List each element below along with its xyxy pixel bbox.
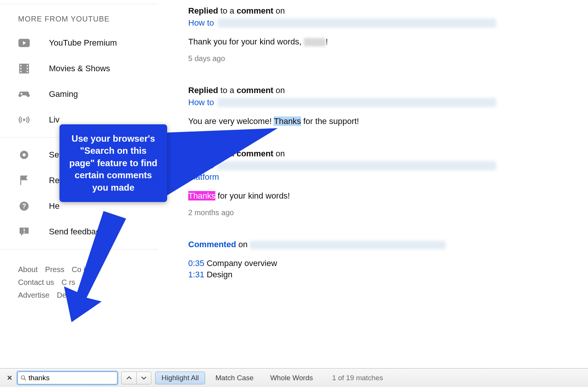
sidebar-item-label: YouTube Premium [49, 38, 117, 48]
live-icon [18, 114, 30, 126]
text: ! [326, 37, 328, 46]
svg-line-21 [24, 379, 26, 380]
sidebar-item-label: Gaming [49, 89, 78, 99]
callout-text: Use your browser's "Search on this page"… [69, 133, 157, 193]
text: Design [204, 270, 233, 279]
text: Replied [188, 86, 218, 95]
whole-words-button[interactable]: Whole Words [264, 372, 320, 384]
comment-block: Replied to a comment on How to You are v… [188, 86, 588, 126]
svg-rect-6 [27, 65, 28, 66]
sidebar-item-movies[interactable]: Movies & Shows [0, 56, 158, 81]
svg-point-13 [23, 153, 26, 156]
callout-arrow-icon [60, 211, 136, 324]
svg-text:?: ? [22, 202, 26, 210]
svg-rect-3 [20, 65, 21, 66]
sidebar-item-label: Liv [49, 115, 59, 125]
chapter-line: 0:35 Company overview [188, 259, 588, 268]
svg-rect-8 [27, 71, 28, 72]
gear-icon [18, 149, 30, 161]
highlight-all-button[interactable]: Highlight All [155, 372, 205, 384]
text: Company overview [204, 259, 277, 268]
redacted [218, 98, 496, 107]
video-link[interactable]: How to [188, 98, 588, 107]
redacted [304, 38, 326, 46]
svg-point-20 [21, 376, 24, 379]
sidebar-item-label: Movies & Shows [49, 64, 110, 73]
text: Thank you for your kind words, [188, 37, 304, 46]
timestamp-link[interactable]: 0:35 [188, 259, 204, 268]
svg-rect-4 [20, 68, 21, 69]
comment-block: Commented on 0:35 Company overview 1:31 … [188, 240, 588, 280]
findbar: ✕ Highlight All Match Case Whole Words 1… [0, 368, 588, 387]
svg-rect-10 [20, 93, 23, 94]
chevron-up-icon [126, 376, 132, 380]
footer-link[interactable]: About [18, 265, 38, 274]
find-input[interactable] [29, 374, 114, 382]
link-prefix: How to [188, 98, 214, 107]
svg-marker-19 [64, 211, 126, 322]
svg-point-11 [23, 119, 25, 121]
find-prev-button[interactable] [121, 372, 136, 384]
text: comment [236, 6, 273, 15]
chevron-down-icon [141, 376, 146, 380]
youtube-play-icon [18, 37, 30, 49]
svg-marker-18 [165, 128, 278, 197]
comment-body: Thank you for your kind words, ! [188, 37, 588, 47]
sidebar-item-premium[interactable]: YouTube Premium [0, 30, 158, 56]
text: on [273, 86, 285, 95]
text: comment [236, 86, 273, 95]
text: on [273, 6, 285, 15]
chapter-line: 1:31 Design [188, 270, 588, 280]
timestamp-link[interactable]: 1:31 [188, 270, 204, 279]
redacted [218, 18, 496, 28]
text: for the support! [301, 116, 359, 126]
svg-rect-7 [27, 68, 28, 69]
comment-header: Replied to a comment on [188, 6, 588, 16]
text: on [236, 240, 250, 249]
video-link[interactable]: How to [188, 18, 588, 28]
text: to a [218, 86, 236, 95]
link-prefix: How to [188, 18, 214, 28]
text: to a [218, 6, 236, 15]
match-count: 1 of 19 matches [332, 374, 383, 382]
comment-block: Replied to a comment on How to Thank you… [188, 6, 588, 63]
text[interactable]: Commented [188, 240, 236, 249]
timestamp: 5 days ago [188, 54, 588, 63]
redacted [250, 241, 446, 249]
comment-header: Replied to a comment on [188, 86, 588, 95]
annotation-callout: Use your browser's "Search on this page"… [59, 124, 167, 202]
film-icon [18, 63, 30, 75]
match-case-button[interactable]: Match Case [209, 372, 260, 384]
search-icon [21, 375, 26, 381]
text: Replied [188, 6, 218, 15]
callout-pointer-icon [165, 121, 282, 227]
find-next-button[interactable] [136, 372, 151, 384]
svg-rect-5 [20, 71, 21, 72]
gamepad-icon [18, 88, 30, 100]
sidebar-item-gaming[interactable]: Gaming [0, 81, 158, 107]
close-icon[interactable]: ✕ [7, 374, 14, 382]
svg-rect-16 [24, 229, 25, 231]
find-input-container[interactable] [17, 372, 117, 384]
sidebar-section-title: MORE FROM YOUTUBE [0, 4, 158, 30]
comment-header: Commented on [188, 240, 588, 249]
svg-rect-17 [24, 232, 25, 233]
sidebar-item-label: He [49, 201, 59, 211]
footer-link[interactable]: Contact us [18, 278, 54, 286]
feedback-icon [18, 226, 30, 238]
help-icon: ? [18, 200, 30, 212]
footer-link[interactable]: Advertise [18, 291, 49, 299]
flag-icon [18, 174, 30, 187]
